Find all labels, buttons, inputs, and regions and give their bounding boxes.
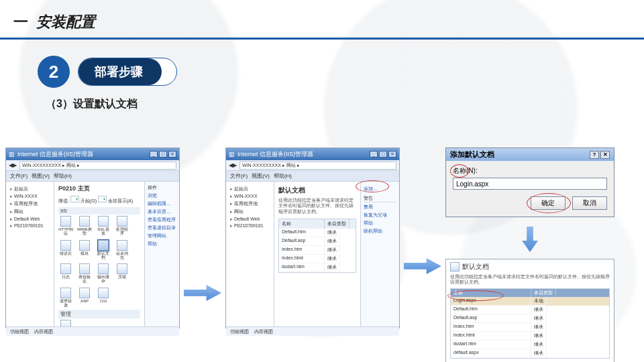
list-item[interactable]: Login.aspx本地: [451, 297, 609, 306]
go-label[interactable]: 开始(G): [80, 198, 97, 203]
feature-icon[interactable]: MIME类型: [77, 216, 92, 236]
menu-view[interactable]: 视图(V): [252, 172, 270, 180]
tree-node[interactable]: 应用程序池: [230, 200, 271, 207]
breadcrumb[interactable]: WIN-XXXXXXXXX ▸ 网站 ▸: [239, 162, 396, 170]
help-button[interactable]: ?: [590, 151, 599, 159]
window-buttons[interactable]: _ □ ✕: [150, 151, 176, 158]
action-link[interactable]: 管理网站: [148, 233, 176, 239]
menu-view[interactable]: 视图(V): [32, 172, 50, 180]
tree-node[interactable]: 应用程序池: [10, 200, 51, 207]
list-item[interactable]: default.aspx继承: [451, 349, 609, 358]
breadcrumb[interactable]: WIN-XXXXXXXXX ▸ 网站 ▸: [19, 162, 176, 170]
menu-file[interactable]: 文件(F): [230, 172, 248, 180]
list-item[interactable]: index.html继承: [279, 255, 356, 263]
fwd-icon[interactable]: ▶: [13, 162, 17, 168]
feature-icon[interactable]: SSL设置: [96, 216, 111, 236]
tree-node[interactable]: 起始页: [10, 186, 51, 192]
menu-file[interactable]: 文件(F): [10, 172, 28, 180]
area-combo[interactable]: [98, 196, 107, 202]
feature-icon[interactable]: ASP: [77, 288, 92, 308]
action-link[interactable]: 帮助: [364, 220, 396, 227]
list-item[interactable]: index.html继承: [451, 332, 609, 341]
feature-icon-default-document[interactable]: 默认文档: [96, 240, 111, 260]
menu-help[interactable]: 帮助(H): [274, 172, 292, 180]
features-view-tab[interactable]: 功能视图: [230, 328, 249, 335]
result-list[interactable]: 名称 条目类型 Login.aspx本地 Default.htm继承 Defau…: [450, 288, 610, 359]
action-add[interactable]: 添加…: [364, 186, 396, 192]
tree-node[interactable]: Default Web: [230, 217, 271, 222]
feature-icon[interactable]: HTTP响应: [58, 216, 73, 236]
list-item[interactable]: iisstart.htm继承: [279, 263, 356, 272]
list-item[interactable]: index.htm继承: [451, 323, 609, 332]
tree-node[interactable]: P0210789101: [10, 223, 51, 229]
tree-node[interactable]: 网站: [10, 208, 51, 215]
menubar[interactable]: 文件(F) 视图(V) 帮助(H): [6, 171, 179, 182]
feature-icon[interactable]: 模块: [77, 240, 92, 260]
list-item[interactable]: Default.htm继承: [279, 229, 356, 237]
feature-icon[interactable]: 错误页: [58, 240, 73, 260]
action-link[interactable]: 帮助: [148, 241, 176, 247]
cancel-button[interactable]: 取消: [572, 196, 607, 210]
list-item[interactable]: Default.htm继承: [451, 306, 609, 314]
tree-node[interactable]: WIN-XXXX: [10, 194, 51, 199]
action-link[interactable]: 联机帮助: [364, 228, 396, 235]
maximize-button[interactable]: □: [379, 151, 387, 158]
connections-tree[interactable]: 起始页 WIN-XXXX 应用程序池 网站 Default Web P02107…: [226, 182, 274, 326]
dialog-title: 添加默认文档: [450, 149, 494, 160]
close-button[interactable]: ✕: [600, 151, 610, 159]
menu-help[interactable]: 帮助(H): [54, 172, 72, 180]
minimize-button[interactable]: _: [370, 151, 378, 158]
tree-node[interactable]: P0210789101: [230, 223, 271, 229]
window-buttons[interactable]: _ □ ✕: [370, 151, 396, 158]
tree-node[interactable]: 网站: [230, 208, 271, 215]
minimize-button[interactable]: _: [150, 151, 158, 158]
filter-combo[interactable]: [70, 196, 79, 202]
action-link[interactable]: 恢复为父项: [364, 212, 396, 219]
content-view-tab[interactable]: 内容视图: [254, 328, 273, 335]
feature-icon[interactable]: 日志: [58, 263, 73, 284]
feature-icon[interactable]: 输出缓存: [96, 263, 111, 284]
action-link[interactable]: 编辑权限…: [148, 200, 176, 207]
default-document-list[interactable]: 名称 条目类型 Default.htm继承 Default.asp继承 inde…: [278, 219, 356, 273]
ok-button[interactable]: 确定: [531, 196, 566, 210]
close-button[interactable]: ✕: [388, 151, 396, 158]
feature-icon[interactable]: 身份验证: [77, 263, 92, 284]
list-item[interactable]: Default.asp继承: [451, 314, 609, 323]
fwd-icon[interactable]: ▶: [233, 162, 237, 168]
maximize-button[interactable]: □: [159, 151, 167, 158]
name-input[interactable]: [453, 178, 607, 190]
showall-label[interactable]: 全部显示(A): [108, 198, 133, 203]
window-titlebar: ▥ Internet 信息服务(IIS)管理器 _ □ ✕: [226, 148, 399, 160]
action-link[interactable]: 查看应用程序: [148, 217, 176, 223]
feature-icon[interactable]: 压缩: [115, 263, 129, 284]
page-title: 默认文档: [278, 186, 356, 195]
action-link[interactable]: 浏览: [148, 192, 176, 199]
app-icon: ▥: [229, 151, 235, 158]
list-item[interactable]: iisstart.htm继承: [451, 341, 609, 349]
icon-grid-iis: HTTP响应 MIME类型 SSL设置 处理程序 错误页 模块 默认文档 目录浏…: [58, 216, 140, 307]
content-view-tab[interactable]: 内容视图: [34, 328, 53, 335]
action-link[interactable]: 禁用: [364, 204, 396, 210]
features-view-tab[interactable]: 功能视图: [10, 328, 29, 335]
menubar[interactable]: 文件(F) 视图(V) 帮助(H): [226, 171, 399, 182]
list-item[interactable]: index.htm继承: [279, 246, 356, 255]
feature-icon[interactable]: 请求筛选: [58, 288, 73, 308]
feature-icon[interactable]: CGI: [96, 288, 111, 308]
list-item[interactable]: Default.asp继承: [279, 237, 356, 246]
tree-node[interactable]: Default Web: [10, 217, 51, 222]
icon-grid-mgmt: 配置编辑器: [58, 320, 140, 326]
default-document-pane: 默认文档 使用此功能指定当客户端未请求特定文件名时返回的默认文件。按优先级顺序设…: [274, 182, 360, 326]
action-link[interactable]: 基本设置…: [148, 208, 176, 215]
feature-icon[interactable]: 配置编辑器: [58, 320, 73, 326]
actions-title: 操作: [148, 184, 176, 191]
tree-node[interactable]: WIN-XXXX: [230, 194, 271, 199]
col-name: 名称: [279, 219, 325, 229]
dialog-titlebar: 添加默认文档 ? ✕: [446, 148, 614, 161]
feature-icon[interactable]: 目录浏览: [115, 240, 129, 260]
filter-row: 筛选: 开始(G) 全部显示(A): [58, 196, 140, 204]
close-button[interactable]: ✕: [168, 151, 176, 158]
feature-icon[interactable]: 处理程序: [115, 216, 129, 236]
action-link[interactable]: 查看虚拟目录: [148, 225, 176, 231]
tree-node[interactable]: 起始页: [230, 186, 271, 192]
connections-tree[interactable]: 起始页 WIN-XXXX 应用程序池 网站 Default Web P02107…: [6, 182, 54, 326]
